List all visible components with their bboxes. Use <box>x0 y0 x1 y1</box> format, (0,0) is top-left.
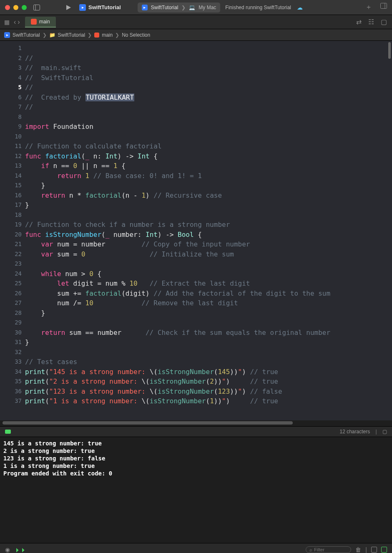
breadcrumb[interactable]: ▸ SwiftTutorial ❯ 📁 SwiftTutorial ❯ main… <box>0 29 392 41</box>
swift-file-icon <box>94 33 99 38</box>
tab-label: main <box>39 19 50 25</box>
line-number[interactable]: 20 <box>0 230 22 240</box>
line-number[interactable]: 21 <box>0 239 22 249</box>
scrollbar-thumb[interactable] <box>3 421 293 425</box>
filter-icon: ⌕ <box>309 547 312 552</box>
project-name: SwiftTutorial <box>151 5 178 10</box>
trash-icon[interactable]: 🗑 <box>355 546 361 553</box>
line-number[interactable]: 17 <box>0 200 22 210</box>
swift-file-icon <box>31 19 37 25</box>
back-button[interactable]: ‹ <box>14 18 16 26</box>
svg-marker-2 <box>66 5 71 10</box>
status-indicator[interactable] <box>5 430 11 434</box>
line-number[interactable]: 6 <box>0 93 22 103</box>
line-number[interactable]: 1 <box>0 43 22 53</box>
line-number[interactable]: 9 <box>0 122 22 132</box>
variables-view-icon[interactable] <box>371 547 377 553</box>
close-window-button[interactable] <box>5 5 10 10</box>
line-number[interactable]: 10 <box>0 132 22 142</box>
svg-rect-0 <box>34 5 40 10</box>
panel-icon[interactable]: ▢ <box>381 18 387 26</box>
line-number[interactable]: 18 <box>0 210 22 220</box>
line-number[interactable]: 26 <box>0 289 22 299</box>
line-number[interactable]: 15 <box>0 181 22 191</box>
console-view-icon[interactable] <box>381 547 387 553</box>
chevron-right-icon: ❯ <box>181 5 186 10</box>
sidebar-toggle-icon[interactable] <box>33 4 40 11</box>
horizontal-scrollbar[interactable] <box>3 420 389 426</box>
line-number[interactable]: 32 <box>0 347 22 357</box>
line-gutter: 1234567891011121314151617181920212223242… <box>0 41 25 420</box>
tab-main[interactable]: main <box>25 17 56 28</box>
title-bar: ▸ SwiftTutorial ▸ SwiftTutorial ❯ 💻 My M… <box>0 0 392 15</box>
project-icon: ▸ <box>4 32 10 38</box>
line-number[interactable]: 5 <box>0 83 22 93</box>
console-line: 2 is a strong number: true <box>3 447 95 454</box>
console-filter[interactable]: ⌕ <box>306 546 351 553</box>
console-line: 1 is a strong number: true <box>3 463 95 469</box>
scheme-selector[interactable]: ▸ SwiftTutorial <box>79 4 121 11</box>
chevron-right-icon: ❯ <box>115 32 119 38</box>
line-number[interactable]: 11 <box>0 141 22 151</box>
console-line: Program ended with exit code: 0 <box>3 470 112 477</box>
run-destination-pill[interactable]: ▸ SwiftTutorial ❯ 💻 My Mac <box>138 3 221 13</box>
library-icon[interactable] <box>380 3 387 12</box>
app-name: SwiftTutorial <box>88 4 121 10</box>
run-button[interactable] <box>65 4 72 11</box>
line-number[interactable]: 29 <box>0 318 22 328</box>
visibility-icon[interactable]: ◉ <box>5 546 10 553</box>
line-number[interactable]: 37 <box>0 396 22 406</box>
line-number[interactable]: 31 <box>0 337 22 347</box>
line-number[interactable]: 4 <box>0 73 22 83</box>
fullscreen-window-button[interactable] <box>22 5 27 10</box>
line-number[interactable]: 28 <box>0 308 22 318</box>
breadcrumb-file[interactable]: main <box>102 32 113 38</box>
minimize-window-button[interactable] <box>13 5 18 10</box>
line-number[interactable]: 35 <box>0 377 22 387</box>
breadcrumb-root[interactable]: SwiftTutorial <box>13 32 40 38</box>
line-number[interactable]: 25 <box>0 279 22 289</box>
code-content[interactable]: // // main.swift // SwiftTutorial // // … <box>25 41 392 420</box>
line-number[interactable]: 16 <box>0 191 22 201</box>
breakpoint-indicator-icon[interactable]: ⏵⏵ <box>15 546 27 553</box>
debug-footer: ◉ ⏵⏵ ⌕ 🗑 | <box>0 543 392 553</box>
line-number[interactable]: 23 <box>0 259 22 269</box>
breadcrumb-folder[interactable]: SwiftTutorial <box>58 32 85 38</box>
filter-input[interactable] <box>314 547 347 552</box>
refresh-icon[interactable]: ⇄ <box>356 18 362 26</box>
line-number[interactable]: 27 <box>0 298 22 308</box>
folder-icon: 📁 <box>49 32 55 38</box>
line-number[interactable]: 14 <box>0 171 22 181</box>
chevron-right-icon: ❯ <box>88 32 92 38</box>
line-number[interactable]: 34 <box>0 367 22 377</box>
line-number[interactable]: 30 <box>0 328 22 338</box>
cloud-icon[interactable]: ☁︎ <box>297 4 303 11</box>
console-line: 123 is a strong number: false <box>3 455 105 462</box>
vertical-scrollbar[interactable] <box>388 42 391 59</box>
panel-icon[interactable]: ▢ <box>382 429 387 435</box>
svg-rect-3 <box>381 3 387 9</box>
debug-bar: 12 characters | ▢ <box>0 426 392 437</box>
app-icon: ▸ <box>79 4 86 11</box>
device-name: My Mac <box>199 5 216 10</box>
forward-button[interactable]: › <box>18 18 20 26</box>
line-number[interactable]: 24 <box>0 269 22 279</box>
add-tab-button[interactable]: ＋ <box>365 3 372 12</box>
line-number[interactable]: 33 <box>0 357 22 367</box>
code-editor[interactable]: 1234567891011121314151617181920212223242… <box>0 41 392 420</box>
line-number[interactable]: 2 <box>0 53 22 63</box>
line-number[interactable]: 22 <box>0 249 22 259</box>
line-number[interactable]: 13 <box>0 161 22 171</box>
line-number[interactable]: 7 <box>0 102 22 112</box>
line-number[interactable]: 19 <box>0 220 22 230</box>
line-number[interactable]: 12 <box>0 151 22 161</box>
project-icon: ▸ <box>142 5 148 10</box>
window-controls <box>5 5 27 10</box>
breadcrumb-selection[interactable]: No Selection <box>122 32 150 38</box>
adjust-icon[interactable]: ☷ <box>368 18 374 26</box>
console-output[interactable]: 145 is a strong number: true 2 is a stro… <box>0 437 392 543</box>
line-number[interactable]: 8 <box>0 112 22 122</box>
line-number[interactable]: 36 <box>0 387 22 397</box>
line-number[interactable]: 3 <box>0 63 22 73</box>
related-items-icon[interactable]: ▦ <box>4 19 10 25</box>
